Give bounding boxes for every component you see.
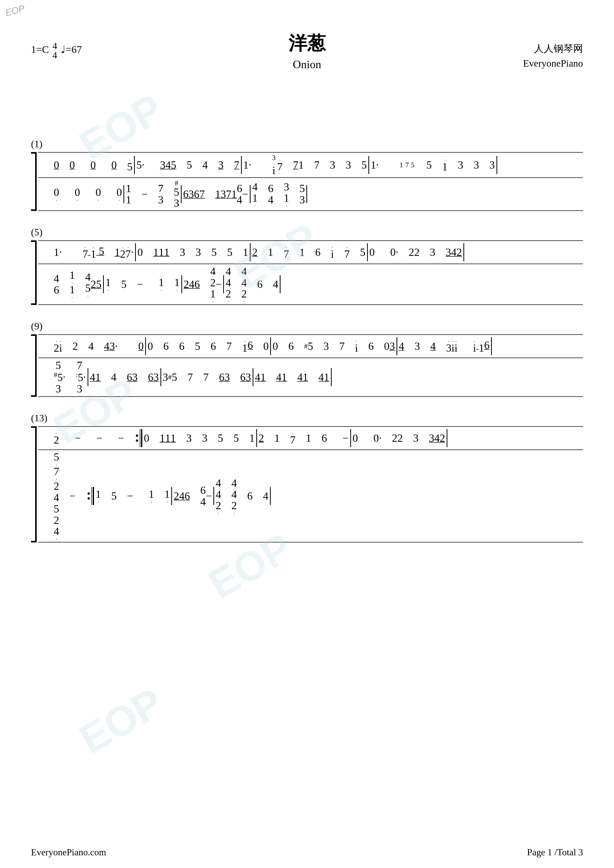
note-0-r: 0 bbox=[138, 340, 144, 352]
source-zh: 人人钢琴网 bbox=[523, 41, 583, 56]
title-en: Onion bbox=[31, 58, 583, 71]
note-0-2: 0 bbox=[70, 159, 75, 171]
note-0-1: 0 bbox=[54, 159, 59, 171]
bottom-staff-4: 5· 7· 2 4 5 2 4· − bbox=[38, 450, 583, 542]
source-en: EveryonePiano bbox=[523, 56, 583, 71]
time-sig: 44 bbox=[53, 41, 57, 60]
section-label-2: (5) bbox=[31, 226, 583, 238]
section-label-3: (9) bbox=[31, 321, 583, 332]
meta-right: 人人钢琴网 EveryonePiano bbox=[523, 41, 583, 71]
note-0-4: 0 bbox=[111, 159, 117, 171]
section-4: (13) ·2 −−− bbox=[31, 412, 583, 542]
bottom-staff-3: 5 #5 3 · 7 :5 3 · 414 63 63 bbox=[38, 358, 583, 397]
note-5-up: · 5 bbox=[127, 158, 132, 172]
key-label: 1=C bbox=[31, 43, 51, 55]
note-0-3: 0 bbox=[90, 159, 96, 171]
footer-page-info: Page 1 /Total 3 bbox=[527, 847, 583, 858]
top-staff-3: ·2 ·i 24 43· 0 066567 ·16 0 06 #537 ·i 6 bbox=[38, 334, 583, 358]
section-2: (5) 1· ·7 ·1 5 1·2 ·7· bbox=[31, 226, 583, 305]
title-zh: 洋葱 bbox=[31, 31, 583, 56]
page: EOP EOP EOP EOP EOP EOP 洋葱 Onion 1=C 44 … bbox=[0, 0, 614, 868]
eop-logo: EOP bbox=[4, 3, 26, 18]
footer: EveryonePiano.com Page 1 /Total 3 bbox=[31, 847, 583, 858]
watermark-text-5: EOP bbox=[72, 679, 171, 763]
bottom-staff-1: 0· 0· 0· 0· 11 − 73 #53 6367 bbox=[38, 177, 583, 211]
meta-left: 1=C 44 ♩=67 bbox=[31, 41, 82, 60]
section-3: (9) ·2 ·i 24 43· 0 066567 bbox=[31, 321, 583, 397]
top-staff-2: 1· ·7 ·1 5 1·2 ·7· 0 11133551 21 ·7 16 bbox=[38, 240, 583, 264]
header: 洋葱 Onion bbox=[31, 31, 583, 71]
section-1: (1) 0 0 0 0 · 5 bbox=[31, 138, 583, 211]
section-label-4: (13) bbox=[31, 412, 583, 424]
top-staff-4: ·2 −−− 0 11133551 bbox=[38, 426, 583, 450]
note-7-up: · 7 bbox=[277, 158, 283, 172]
top-staff-1: 0 0 0 0 · 5 5· 345 54 37 1· bbox=[38, 152, 583, 177]
bottom-staff-2: 46 1·1· 45· 25 1· 5− 1· 1· 246 42 bbox=[38, 264, 583, 305]
footer-website: EveryonePiano.com bbox=[31, 847, 106, 858]
section-label-1: (1) bbox=[31, 138, 583, 149]
tempo-label: ♩=67 bbox=[61, 43, 82, 55]
